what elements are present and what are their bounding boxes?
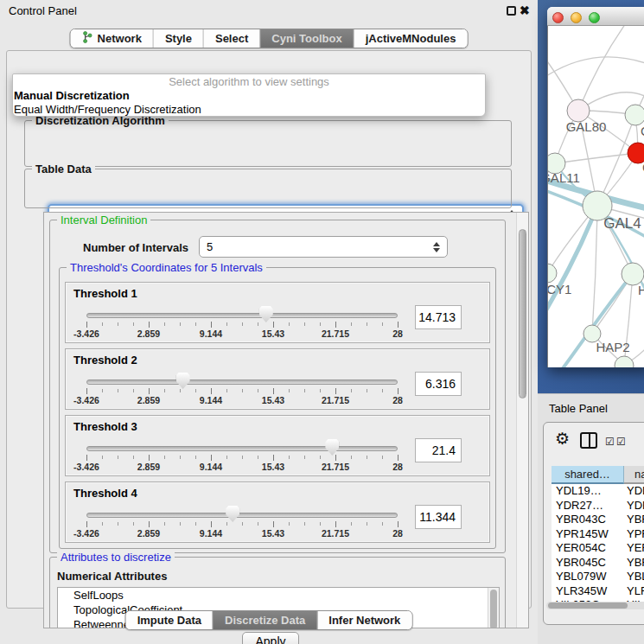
- table-row[interactable]: YER054CYER0: [552, 541, 644, 556]
- threshold-value-field[interactable]: 21.4: [415, 438, 462, 462]
- popup-item[interactable]: Equal Width/Frequency Discretization: [13, 103, 485, 117]
- columns-icon[interactable]: [580, 432, 597, 449]
- list-scrollbar[interactable]: [488, 588, 499, 628]
- tick-label: 2.859: [123, 328, 175, 339]
- table-cell[interactable]: YBR0: [624, 556, 644, 571]
- slider-tick: [102, 389, 103, 392]
- table-cell[interactable]: YDR27…: [552, 499, 624, 513]
- table-cell[interactable]: YPR1: [624, 527, 644, 542]
- slider-tick: [118, 522, 118, 526]
- node-label: GAL11: [548, 170, 580, 185]
- number-of-intervals-combobox[interactable]: 5: [199, 236, 448, 258]
- network-nodes: GAL80GCGAL11GAL4GCY1HHAP2: [548, 99, 644, 367]
- network-node-gcy1[interactable]: [548, 264, 557, 283]
- popup-item[interactable]: Manual Discretization: [13, 89, 485, 103]
- table-cell[interactable]: YBR045C: [552, 556, 624, 571]
- node-label: G: [641, 124, 644, 138]
- slider-tick: [226, 522, 227, 526]
- tab-select[interactable]: Select: [203, 29, 259, 48]
- minimize-traffic-light-icon[interactable]: [571, 12, 582, 23]
- tick-label: 2.859: [123, 395, 175, 405]
- threshold-label: Threshold 3: [73, 420, 137, 433]
- table-cell[interactable]: YBL0: [624, 570, 644, 584]
- slider-tick: [320, 389, 321, 392]
- table-hscrollbar[interactable]: [546, 602, 644, 609]
- slider-tick: [180, 522, 181, 526]
- tab-cyni-toolbox[interactable]: Cyni Toolbox: [259, 29, 354, 48]
- number-of-intervals-label: Number of Intervals: [83, 241, 188, 254]
- discretization-algorithm-group: Discretization Algorithm: [24, 120, 512, 167]
- tab-discretize-data[interactable]: Discretize Data: [213, 611, 317, 629]
- table-hscrollbar-thumb[interactable]: [548, 603, 628, 609]
- table-row[interactable]: YBR043CYBR0: [552, 513, 644, 527]
- slider-thumb[interactable]: [226, 506, 239, 522]
- table-row[interactable]: YDL19…YDL1: [552, 484, 644, 499]
- settings-scrollbar[interactable]: [516, 213, 528, 628]
- slider-thumb[interactable]: [325, 439, 339, 456]
- tab-impute-data[interactable]: Impute Data: [126, 611, 213, 629]
- settings-scrollbar-thumb[interactable]: [519, 229, 526, 399]
- slider-track[interactable]: [86, 513, 398, 518]
- slider-tick: [86, 455, 87, 461]
- float-window-icon[interactable]: [507, 6, 516, 16]
- zoom-traffic-light-icon[interactable]: [589, 12, 600, 23]
- threshold-value-field[interactable]: 11.344: [415, 505, 462, 529]
- column-header-name[interactable]: na: [624, 466, 644, 484]
- table-cell[interactable]: YBR0: [624, 513, 644, 527]
- slider-tick: [320, 522, 321, 526]
- number-of-intervals-value: 5: [207, 240, 213, 253]
- table-row[interactable]: YBL079WYBL0: [552, 570, 644, 584]
- tab-style[interactable]: Style: [153, 29, 203, 48]
- table-cell[interactable]: YPR145W: [552, 527, 624, 542]
- apply-button[interactable]: Apply: [242, 632, 299, 644]
- table-cell[interactable]: YDR2: [624, 499, 644, 513]
- slider-tick: [335, 388, 336, 394]
- table-cell[interactable]: YBR043C: [552, 513, 624, 527]
- slider-tick: [289, 389, 290, 392]
- threshold-value-field[interactable]: 6.316: [415, 372, 462, 396]
- network-node[interactable]: [615, 356, 634, 367]
- table-row[interactable]: YPR145WYPR1: [552, 527, 644, 542]
- threshold-value-field[interactable]: 14.713: [415, 305, 462, 329]
- close-icon[interactable]: ✖: [520, 3, 530, 18]
- table-cell[interactable]: YLR3: [624, 584, 644, 599]
- slider-thumb[interactable]: [259, 306, 273, 322]
- attribute-list-item[interactable]: SelfLoops: [58, 588, 499, 603]
- table-cell[interactable]: YDL19…: [552, 484, 624, 499]
- slider-tick: [102, 456, 103, 459]
- table-row[interactable]: YDR27…YDR2: [552, 499, 644, 513]
- slider-tick: [398, 322, 399, 328]
- table-cell[interactable]: YDL1: [624, 484, 644, 499]
- tick-label: 28: [372, 328, 424, 339]
- column-header-shared-name[interactable]: shared…: [552, 466, 624, 484]
- table-cell[interactable]: YLR345W: [552, 584, 624, 599]
- checkbox-icon[interactable]: ☑: [616, 437, 626, 447]
- slider-tick: [195, 389, 196, 392]
- network-node-g[interactable]: [625, 105, 644, 125]
- tab-label: Infer Network: [328, 614, 400, 627]
- table-cell[interactable]: YBL079W: [552, 570, 624, 584]
- slider-tick: [149, 322, 150, 328]
- network-canvas[interactable]: GAL80GCGAL11GAL4GCY1HHAP2: [547, 26, 644, 367]
- table-row[interactable]: YLR345WYLR3: [552, 584, 644, 599]
- tab-label: Cyni Toolbox: [271, 32, 341, 45]
- threshold-label: Threshold 4: [73, 487, 137, 500]
- slider-tick: [180, 389, 181, 392]
- table-cell[interactable]: YER054C: [552, 541, 624, 556]
- slider-track[interactable]: [86, 446, 398, 451]
- slider-track[interactable]: [86, 379, 398, 385]
- tab-network[interactable]: Network: [71, 29, 153, 48]
- screen: Control Panel ✖ Network Style Select Cyn…: [0, 0, 644, 644]
- tab-infer-network[interactable]: Infer Network: [317, 611, 411, 629]
- slider-tick: [86, 322, 87, 328]
- table-row[interactable]: YBR045CYBR0: [552, 556, 644, 571]
- slider-tick: [351, 522, 352, 526]
- gear-icon[interactable]: ⚙: [555, 429, 570, 450]
- checkbox-icon[interactable]: ☑: [605, 437, 615, 447]
- table-cell[interactable]: YER0: [624, 541, 644, 556]
- slider-thumb[interactable]: [176, 373, 190, 389]
- close-traffic-light-icon[interactable]: [552, 12, 564, 23]
- list-scrollbar-thumb[interactable]: [490, 590, 497, 628]
- slider-track[interactable]: [86, 313, 398, 318]
- tab-jactivemnodules[interactable]: jActiveMNodules: [354, 29, 468, 48]
